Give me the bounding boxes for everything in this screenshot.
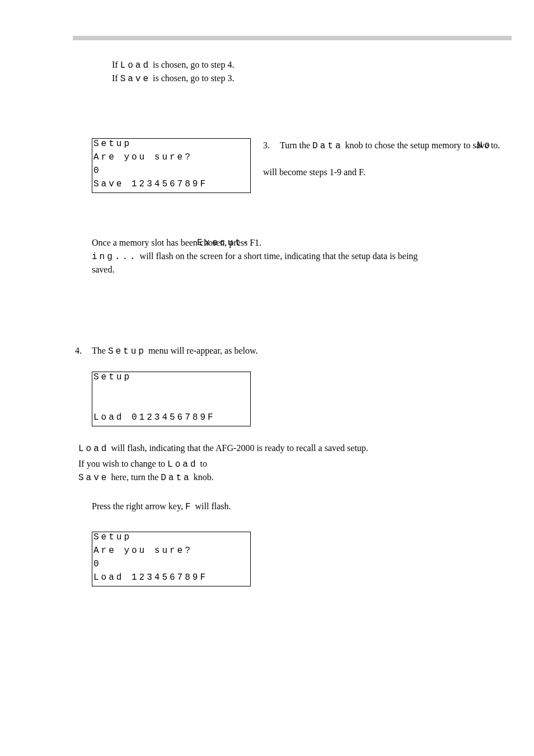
f-flash-a: Press the right arrow key, [92, 501, 185, 511]
intro-line1-c: is chosen, go to step 4. [153, 60, 234, 69]
lcd-save-title: Setup [93, 139, 132, 152]
f-label: F [185, 502, 193, 512]
load-flash-b: will flash, indicating that the AFG-2000… [111, 443, 368, 453]
load-flash-a: Load [78, 444, 109, 454]
lcd-load2-line2: Are you sure? [93, 546, 193, 559]
step4-d: menu will re-appear, as below. [148, 346, 258, 355]
step3-number: 3. [263, 139, 270, 152]
step3-e: will become steps 1-9 and F. [263, 166, 498, 179]
step4-b: The [92, 346, 108, 355]
lcd-load1-box: Setup Load 0123456789F [92, 372, 251, 426]
intro-line2-c: is chosen, go to step 3. [153, 73, 234, 83]
lcd-save-line4: Save 123456789F [93, 179, 208, 192]
intro-line1-a: If [112, 60, 120, 69]
load-change-line1: If you wish to change to Load to [78, 457, 498, 471]
lcd-load1-line4: Load 0123456789F [93, 412, 216, 426]
load-label: Load [120, 60, 151, 71]
f-flash-c: will flash. [195, 501, 231, 511]
load-change-c: If you wish to change to [78, 459, 167, 468]
lcd-load2-line4: Load 123456789F [93, 572, 208, 586]
lcd-load2-title: Setup [93, 532, 132, 546]
exec-line2: ing... will flash on the screen for a sh… [92, 250, 495, 264]
step3-text: Turn the Data knob to chose the setup me… [280, 139, 504, 153]
lcd-save-line3: 0 [93, 166, 101, 179]
save-change-f: Save [78, 473, 109, 483]
exec-line1: Once a memory slot has been chosen, pres… [92, 236, 495, 250]
data-knob-h: Data [161, 473, 191, 483]
load-flash-line: Load will flash, indicating that the AFG… [78, 442, 498, 456]
load-change-line2: Save here, turn the Data knob. [78, 471, 498, 485]
load-change-d: Load [167, 459, 198, 469]
lcd-load2-box: Setup Are you sure? 0 Load 123456789F [92, 532, 251, 586]
f-flash-line: Press the right arrow key, F will flash. [92, 500, 495, 514]
exec-b: Execut- [197, 236, 250, 250]
header-rule [73, 36, 512, 40]
intro-line1: If Load is chosen, go to step 4. [112, 58, 234, 72]
step4-text: The Setup menu will re-appear, as below. [92, 344, 257, 358]
exec-c: ing... [92, 252, 138, 262]
step4-number: 4. [75, 344, 82, 358]
save-label: Save [120, 74, 151, 84]
exec-d: will flash on the screen for a short tim… [140, 251, 418, 261]
intro-line2: If Save is chosen, go to step 3. [112, 72, 234, 86]
intro-line2-a: If [112, 73, 120, 83]
load-change-e: to [200, 459, 207, 468]
data-knob-label: Data [312, 141, 343, 151]
no-label: No [477, 139, 492, 152]
lcd-load1-title: Setup [93, 372, 132, 386]
step3-a: Turn the [280, 140, 312, 150]
exec-e: saved. [92, 263, 114, 276]
lcd-save-line2: Are you sure? [93, 152, 193, 166]
load-change-i: knob. [194, 472, 214, 482]
lcd-load2-line3: 0 [93, 559, 101, 572]
setup-label: Setup [108, 346, 146, 356]
load-change-g: here, turn the [111, 472, 161, 482]
lcd-save-box: Setup Are you sure? 0 Save 123456789F [92, 138, 251, 193]
